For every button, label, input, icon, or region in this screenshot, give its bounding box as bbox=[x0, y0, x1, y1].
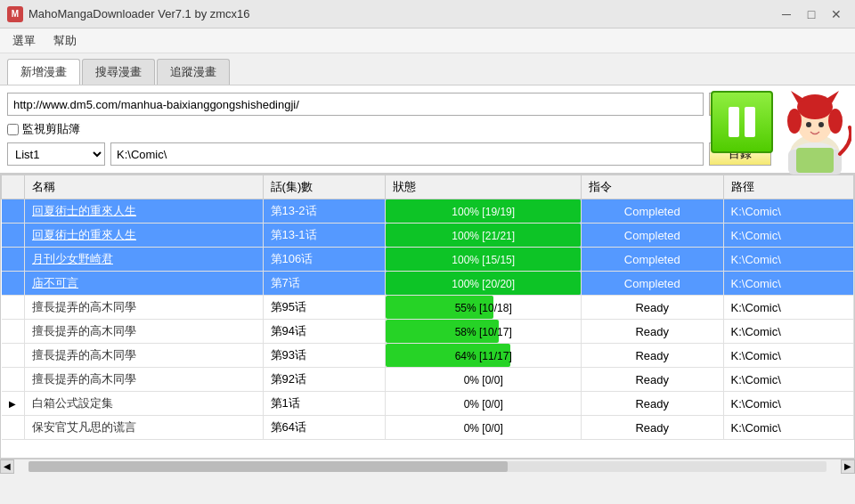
col-header-path: 路徑 bbox=[723, 175, 853, 199]
row-name: 保安官艾凡思的谎言 bbox=[25, 416, 264, 440]
menu-help[interactable]: 幫助 bbox=[45, 30, 86, 52]
svg-point-10 bbox=[806, 122, 811, 127]
row-path: K:\Comic\ bbox=[723, 392, 853, 416]
scroll-track[interactable] bbox=[28, 461, 826, 472]
menu-select[interactable]: 選單 bbox=[4, 30, 45, 52]
table-row[interactable]: 月刊少女野崎君第106话100% [15/15]CompletedK:\Comi… bbox=[2, 248, 854, 272]
row-progress: 55% [10/18] bbox=[386, 296, 582, 320]
tab-track-manga[interactable]: 追蹤漫畫 bbox=[157, 59, 230, 85]
path-input[interactable] bbox=[110, 142, 704, 166]
row-path: K:\Comic\ bbox=[723, 368, 853, 392]
list-select[interactable]: List1 List2 List3 bbox=[7, 142, 105, 166]
pause-button[interactable] bbox=[711, 91, 773, 153]
row-progress: 0% [0/0] bbox=[386, 368, 582, 392]
row-path: K:\Comic\ bbox=[723, 320, 853, 344]
row-progress: 64% [11/17] bbox=[386, 344, 582, 368]
progress-label: 0% [0/0] bbox=[464, 422, 503, 435]
row-command: Ready bbox=[582, 320, 723, 344]
row-chapters: 第92话 bbox=[263, 368, 386, 392]
progress-label: 0% [0/0] bbox=[464, 398, 503, 411]
monitor-label[interactable]: 監視剪貼簿 bbox=[22, 121, 80, 137]
manga-table-container[interactable]: 名稱 話(集)數 狀態 指令 路徑 回夏術士的重來人生第13-2话100% [1… bbox=[0, 174, 855, 459]
row-progress: 100% [20/20] bbox=[386, 272, 582, 296]
row-progress: 0% [0/0] bbox=[386, 416, 582, 440]
url-input[interactable] bbox=[7, 93, 704, 116]
maximize-button[interactable]: □ bbox=[800, 4, 823, 24]
row-command: Completed bbox=[582, 224, 723, 248]
row-chapters: 第13-2话 bbox=[263, 199, 386, 224]
row-chapters: 第106话 bbox=[263, 248, 386, 272]
table-header-row: 名稱 話(集)數 狀態 指令 路徑 bbox=[2, 175, 854, 199]
progress-label: 64% [11/17] bbox=[455, 350, 512, 362]
row-name: 庙不可言 bbox=[25, 272, 264, 296]
row-name: 白箱公式設定集 bbox=[25, 392, 264, 416]
row-arrow bbox=[2, 344, 25, 368]
menu-bar: 選單 幫助 bbox=[0, 28, 855, 53]
title-bar-text: MahoMangaDownloader Ver7.1 by zmcx16 bbox=[28, 7, 775, 20]
row-arrow bbox=[2, 224, 25, 248]
row-command: Ready bbox=[582, 416, 723, 440]
row-path: K:\Comic\ bbox=[723, 224, 853, 248]
svg-point-11 bbox=[818, 122, 824, 127]
row-arrow bbox=[2, 416, 25, 440]
bottom-scrollbar: ◀ ▶ bbox=[0, 459, 855, 473]
row-arrow bbox=[2, 248, 25, 272]
row-chapters: 第94话 bbox=[263, 320, 386, 344]
table-body: 回夏術士的重來人生第13-2话100% [19/19]CompletedK:\C… bbox=[2, 199, 854, 440]
row-progress: 100% [21/21] bbox=[386, 224, 582, 248]
table-row[interactable]: 擅長提弄的高木同學第92话0% [0/0]ReadyK:\Comic\ bbox=[2, 368, 854, 392]
table-row[interactable]: 擅長提弄的高木同學第93话64% [11/17]ReadyK:\Comic\ bbox=[2, 344, 854, 368]
row-name: 擅長提弄的高木同學 bbox=[25, 368, 264, 392]
row-arrow bbox=[2, 272, 25, 296]
scroll-left-arrow[interactable]: ◀ bbox=[0, 459, 14, 474]
pause-bar-right bbox=[745, 107, 755, 137]
minimize-button[interactable]: ─ bbox=[775, 4, 798, 24]
title-bar: M MahoMangaDownloader Ver7.1 by zmcx16 ─… bbox=[0, 0, 855, 28]
row-command: Ready bbox=[582, 392, 723, 416]
row-chapters: 第1话 bbox=[263, 392, 386, 416]
table-row[interactable]: 擅長提弄的高木同學第94话58% [10/17]ReadyK:\Comic\ bbox=[2, 320, 854, 344]
tab-add-manga[interactable]: 新增漫畫 bbox=[7, 59, 80, 85]
row-chapters: 第13-1话 bbox=[263, 224, 386, 248]
svg-point-7 bbox=[828, 109, 843, 134]
row-command: Ready bbox=[582, 344, 723, 368]
tab-bar: 新增漫畫 搜尋漫畫 追蹤漫畫 bbox=[0, 53, 855, 85]
row-arrow bbox=[2, 320, 25, 344]
row-arrow bbox=[2, 368, 25, 392]
row-command: Ready bbox=[582, 368, 723, 392]
table-row[interactable]: 保安官艾凡思的谎言第64话0% [0/0]ReadyK:\Comic\ bbox=[2, 416, 854, 440]
monitor-checkbox[interactable] bbox=[7, 124, 19, 135]
row-command: Completed bbox=[582, 248, 723, 272]
row-path: K:\Comic\ bbox=[723, 248, 853, 272]
row-arrow bbox=[2, 296, 25, 320]
main-content: 新增 監視剪貼簿 List1 List2 List3 目錄 bbox=[0, 85, 855, 174]
row-command: Completed bbox=[582, 272, 723, 296]
row-name: 擅長提弄的高木同學 bbox=[25, 296, 264, 320]
mascot bbox=[778, 87, 851, 176]
row-path: K:\Comic\ bbox=[723, 272, 853, 296]
close-button[interactable]: ✕ bbox=[825, 4, 848, 24]
table-row[interactable]: 庙不可言第7话100% [20/20]CompletedK:\Comic\ bbox=[2, 272, 854, 296]
svg-point-6 bbox=[787, 109, 802, 134]
col-header-chapters: 話(集)數 bbox=[263, 175, 386, 199]
manga-table: 名稱 話(集)數 狀態 指令 路徑 回夏術士的重來人生第13-2话100% [1… bbox=[1, 175, 854, 440]
progress-label: 100% [21/21] bbox=[452, 230, 515, 242]
col-header-status: 狀態 bbox=[386, 175, 582, 199]
tab-search-manga[interactable]: 搜尋漫畫 bbox=[82, 59, 155, 85]
scroll-right-arrow[interactable]: ▶ bbox=[841, 459, 855, 474]
row-chapters: 第7话 bbox=[263, 272, 386, 296]
row-command: Ready bbox=[582, 296, 723, 320]
col-header-cmd: 指令 bbox=[582, 175, 723, 199]
table-row[interactable]: 回夏術士的重來人生第13-2话100% [19/19]CompletedK:\C… bbox=[2, 199, 854, 224]
table-row[interactable]: 擅長提弄的高木同學第95话55% [10/18]ReadyK:\Comic\ bbox=[2, 296, 854, 320]
row-name: 月刊少女野崎君 bbox=[25, 248, 264, 272]
col-header-arrow bbox=[2, 175, 25, 199]
pause-bar-left bbox=[729, 107, 739, 137]
table-row[interactable]: ▶白箱公式設定集第1话0% [0/0]ReadyK:\Comic\ bbox=[2, 392, 854, 416]
row-name: 回夏術士的重來人生 bbox=[25, 224, 264, 248]
row-chapters: 第95话 bbox=[263, 296, 386, 320]
progress-label: 58% [10/17] bbox=[455, 326, 512, 338]
progress-label: 100% [19/19] bbox=[452, 206, 515, 218]
table-row[interactable]: 回夏術士的重來人生第13-1话100% [21/21]CompletedK:\C… bbox=[2, 224, 854, 248]
row-name: 回夏術士的重來人生 bbox=[25, 199, 264, 224]
